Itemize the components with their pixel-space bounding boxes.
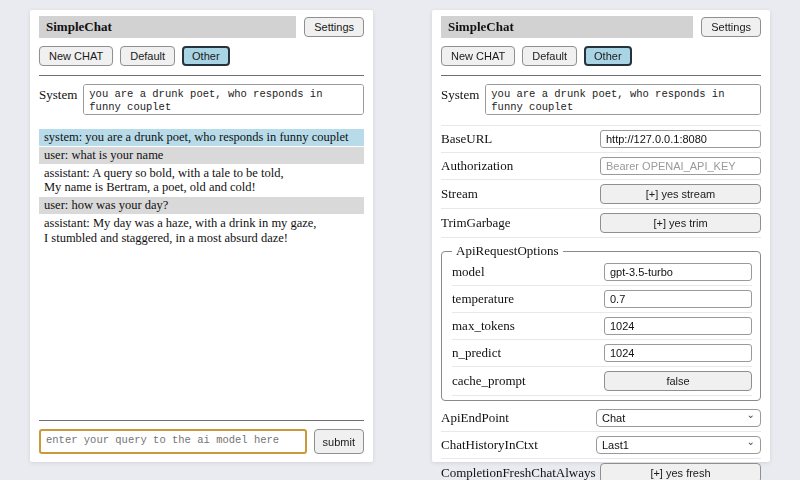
system-prompt-input[interactable]: you are a drunk poet, who responds in fu…: [83, 84, 364, 115]
titlebar: SimpleChat Settings: [441, 16, 761, 38]
setting-row-model: model: [452, 259, 752, 286]
submit-button[interactable]: submit: [314, 429, 364, 454]
new-chat-button[interactable]: New CHAT: [441, 46, 515, 66]
chat-message-user: user: what is your name: [39, 147, 364, 164]
model-label: model: [452, 264, 485, 280]
system-prompt-row: System you are a drunk poet, who respond…: [441, 84, 761, 115]
max-tokens-input[interactable]: [604, 317, 752, 335]
temperature-input[interactable]: [604, 290, 752, 308]
app-title: SimpleChat: [441, 16, 693, 38]
n-predict-label: n_predict: [452, 345, 501, 361]
chat-history-select[interactable]: Last1: [596, 436, 761, 454]
setting-row-chat-history: ChatHistoryInCtxt Last1: [441, 432, 761, 459]
chat-message-system: system: you are a drunk poet, who respon…: [39, 129, 364, 146]
authorization-label: Authorization: [441, 158, 513, 174]
toolbar-divider: [441, 75, 761, 76]
api-request-options-group: ApiRequestOptions model temperature max_…: [441, 243, 761, 401]
new-chat-button[interactable]: New CHAT: [39, 46, 113, 66]
chat-message-assistant: assistant: My day was a haze, with a dri…: [39, 215, 364, 247]
setting-row-trimgarbage: TrimGarbage [+] yes trim: [441, 209, 761, 238]
settings-rows: BaseURL Authorization Stream [+] yes str…: [441, 125, 761, 480]
trimgarbage-label: TrimGarbage: [441, 215, 511, 231]
query-bar: submit: [39, 418, 364, 454]
chat-message-assistant: assistant: A query so bold, with a tale …: [39, 165, 364, 197]
titlebar: SimpleChat Settings: [39, 16, 364, 38]
settings-button[interactable]: Settings: [304, 17, 364, 37]
chat-message-user: user: how was your day?: [39, 197, 364, 214]
chat-panel: SimpleChat Settings New CHAT Default Oth…: [30, 10, 373, 462]
query-input[interactable]: [39, 429, 307, 454]
stream-label: Stream: [441, 186, 478, 202]
session-tab-default[interactable]: Default: [522, 46, 577, 66]
completion-fresh-toggle-button[interactable]: [+] yes fresh: [600, 463, 761, 480]
baseurl-input[interactable]: [600, 130, 761, 148]
chat-history-label: ChatHistoryInCtxt: [441, 437, 538, 453]
authorization-input[interactable]: [600, 157, 761, 175]
setting-row-baseurl: BaseURL: [441, 125, 761, 153]
trimgarbage-toggle-button[interactable]: [+] yes trim: [600, 213, 761, 233]
cache-prompt-label: cache_prompt: [452, 373, 526, 389]
app-title: SimpleChat: [39, 16, 296, 38]
system-prompt-input[interactable]: you are a drunk poet, who responds in fu…: [485, 84, 761, 115]
system-prompt-label: System: [39, 84, 77, 115]
setting-row-api-endpoint: ApiEndPoint Chat: [441, 405, 761, 432]
api-request-options-legend: ApiRequestOptions: [452, 243, 563, 259]
chat-history-select-wrap: Last1: [596, 436, 761, 454]
setting-row-completion-fresh: CompletionFreshChatAlways [+] yes fresh: [441, 459, 761, 480]
api-endpoint-label: ApiEndPoint: [441, 410, 509, 426]
temperature-label: temperature: [452, 291, 514, 307]
system-prompt-row: System you are a drunk poet, who respond…: [39, 84, 364, 115]
settings-panel: SimpleChat Settings New CHAT Default Oth…: [432, 10, 770, 462]
page: SimpleChat Settings New CHAT Default Oth…: [0, 0, 800, 472]
query-divider: [39, 420, 364, 421]
stream-toggle-button[interactable]: [+] yes stream: [600, 184, 761, 204]
max-tokens-label: max_tokens: [452, 318, 515, 334]
settings-button[interactable]: Settings: [701, 17, 761, 37]
session-tab-default[interactable]: Default: [120, 46, 175, 66]
cache-prompt-toggle-button[interactable]: false: [604, 371, 752, 391]
toolbar-divider: [39, 75, 364, 76]
model-input[interactable]: [604, 263, 752, 281]
system-prompt-label: System: [441, 84, 479, 115]
baseurl-label: BaseURL: [441, 131, 492, 147]
setting-row-authorization: Authorization: [441, 153, 761, 180]
session-toolbar: New CHAT Default Other: [39, 46, 364, 66]
session-tab-other[interactable]: Other: [182, 46, 230, 66]
chat-message-list: system: you are a drunk poet, who respon…: [39, 129, 364, 247]
setting-row-temperature: temperature: [452, 286, 752, 313]
session-tab-other[interactable]: Other: [584, 46, 632, 66]
setting-row-stream: Stream [+] yes stream: [441, 180, 761, 209]
n-predict-input[interactable]: [604, 344, 752, 362]
setting-row-max-tokens: max_tokens: [452, 313, 752, 340]
completion-fresh-label: CompletionFreshChatAlways: [441, 465, 596, 480]
api-endpoint-select-wrap: Chat: [596, 409, 761, 427]
setting-row-cache-prompt: cache_prompt false: [452, 367, 752, 396]
api-endpoint-select[interactable]: Chat: [596, 409, 761, 427]
session-toolbar: New CHAT Default Other: [441, 46, 761, 66]
setting-row-n-predict: n_predict: [452, 340, 752, 367]
